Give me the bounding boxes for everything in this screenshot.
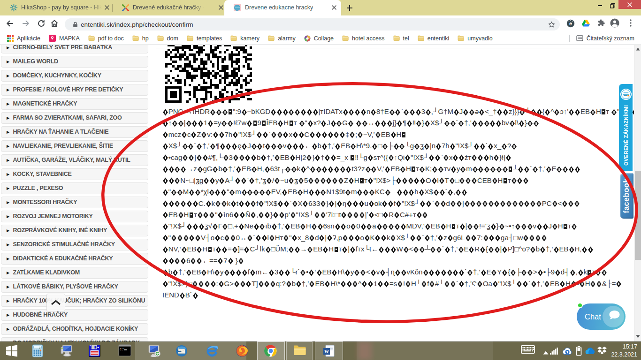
- svg-text:W: W: [324, 349, 329, 354]
- svg-text:↑: ↑: [91, 348, 92, 350]
- svg-text:e: e: [569, 21, 572, 26]
- svg-text:0: 0: [39, 346, 40, 349]
